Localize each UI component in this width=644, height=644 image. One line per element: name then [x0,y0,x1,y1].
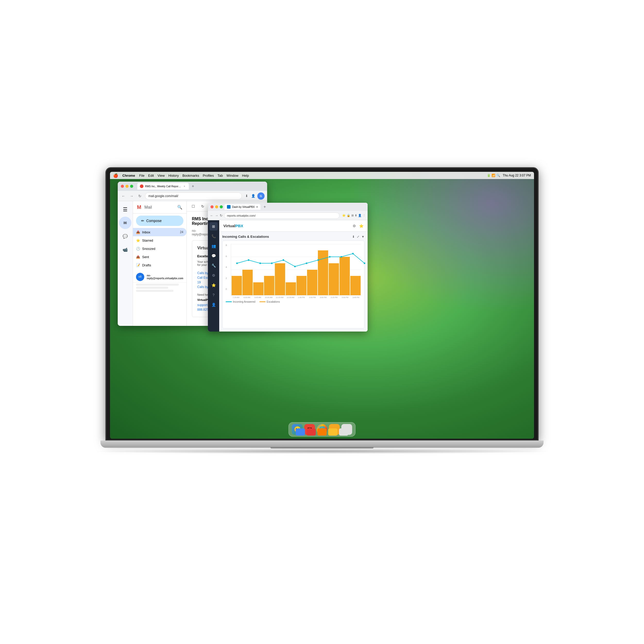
color-yellow[interactable] [328,428,337,436]
chart-controls: ⬇ ⤢ ▼ [352,235,365,239]
refresh-btn[interactable]: ↻ [199,203,206,210]
vpbx-sidebar: ⊞ 📞 👥 💬 🔧 ⚙ ⭐ ? 👤 [208,220,219,332]
line-dot-12 [364,262,365,264]
account-avatar[interactable]: G [257,192,265,200]
menubar-right: 🔋 📶 🔍 Thu Aug 22 3:07 PM [487,174,531,177]
chrome-addressbar: ← → ↻ mail.google.com/mail/ ⬇ 👤 G [118,191,267,201]
vpbx-user-icon[interactable]: 👤 [209,301,218,309]
legend-label-escalations: Escalations [267,300,280,303]
menu-tab[interactable]: Tab [217,174,223,177]
gmail-sidebar-chat[interactable]: 💬 [119,230,131,242]
compose-button[interactable]: ✏ Compose [136,216,183,226]
vpbx-icon-6[interactable]: ⋮ [363,214,366,217]
maximize-button[interactable] [130,185,133,188]
vpbx-calls-icon[interactable]: 📞 [209,232,218,240]
drafts-icon: 📝 [136,263,140,267]
vpbx-icon-4[interactable]: ⬇ [355,214,357,217]
vpbx-refresh[interactable]: ↻ [220,214,223,217]
vpbx-contacts-icon[interactable]: 👥 [209,242,218,250]
vpbx-tab[interactable]: Dash by VirtualPBX × [224,204,260,210]
placeholder-line [136,284,179,286]
menu-help[interactable]: Help [242,174,249,177]
vpbx-close-button[interactable] [210,205,214,208]
menu-profiles[interactable]: Profiles [203,174,214,177]
menu-view[interactable]: View [157,174,165,177]
menubar-time: Thu Aug 22 3:07 PM [503,174,531,177]
vpbx-messages-icon[interactable]: 💬 [209,252,218,260]
new-tab-button[interactable]: + [189,183,197,190]
line-chart [231,244,361,295]
forward-button[interactable]: → [129,193,135,199]
gmail-sidebar-menu[interactable]: ☰ [119,203,131,216]
vpbx-home-icon[interactable]: ⊞ [209,222,218,231]
inbox-nav-item[interactable]: 📥 Inbox 24 [133,228,187,236]
gmail-search-icon[interactable]: 🔍 [177,205,182,210]
sent-nav-item[interactable]: 📤 Sent [133,253,187,261]
x-label-3: 9:45 AM [253,296,263,298]
minimize-button[interactable] [125,185,129,188]
gmail-tab-close[interactable]: × [183,184,186,188]
placeholder-line [136,287,168,289]
vpbx-url-bar[interactable]: reports.virtualpbx.com/ [224,213,340,219]
vpbx-star-icon[interactable]: ⭐ [209,281,218,289]
menu-edit[interactable]: Edit [148,174,154,177]
color-gray[interactable] [339,428,348,436]
vpbx-tools-icon[interactable]: 🔧 [209,261,218,270]
chart-download-icon[interactable]: ⬇ [352,235,355,239]
gmail-sidebar: ☰ ✉ 💬 📹 [118,201,133,326]
legend-dot-escalations [259,301,266,302]
vpbx-maximize-button[interactable] [220,205,223,208]
menubar-items: File Edit View History Bookmarks Profile… [139,174,249,177]
apple-logo[interactable]: 🍎 [113,173,118,178]
url-bar[interactable]: mail.google.com/mail/ [145,192,242,200]
chart-plot [231,244,361,295]
chart-expand-icon[interactable]: ⤢ [357,235,359,239]
back-button[interactable]: ← [120,193,126,199]
chrome-titlebar: RMS Inc., Weekly Call Reportag... × + [118,182,267,191]
email-list-item[interactable]: nR no-reply@reports.virtualpbx.com [133,271,187,283]
download-icon[interactable]: ⬇ [244,193,249,199]
refresh-button[interactable]: ↻ [137,193,143,199]
vpbx-help-icon[interactable]: ? [209,291,218,299]
vpbx-forward[interactable]: → [215,214,218,217]
color-red[interactable] [307,428,316,436]
vpbx-settings-icon[interactable]: ⚙ [209,271,218,279]
chart-title: Incoming Calls & Escalations [222,235,269,239]
vpbx-tab-close[interactable]: × [256,205,258,208]
vpbx-icon-2[interactable]: 🔒 [347,214,350,217]
vpbx-settings-icon-top[interactable]: ⚙ [353,224,356,228]
gmail-tab[interactable]: RMS Inc., Weekly Call Reportag... × [137,183,189,190]
chart-filter-icon[interactable]: ▼ [361,235,365,239]
vpbx-new-tab[interactable]: + [264,205,266,209]
vpbx-icon-1[interactable]: ⭐ [342,214,346,217]
virtualpbx-window: Dash by VirtualPBX × + ← → ↻ reports.vir… [208,203,368,332]
vpbx-icon-5[interactable]: 👤 [358,214,362,217]
vpbx-icon-3[interactable]: ⊞ [351,214,354,217]
vpbx-back[interactable]: ← [210,214,213,217]
close-button[interactable] [121,185,124,188]
menubar: 🍎 Chrome File Edit View History Bookmark… [110,172,534,179]
vpbx-star-icon-top[interactable]: ⭐ [359,224,363,228]
y-label-2: 2 [226,277,231,279]
gmail-sidebar-mail[interactable]: ✉ [119,217,131,229]
email-list-placeholders: nR no-reply@reports.virtualpbx.com [133,271,187,293]
sent-label: Sent [142,255,149,259]
menu-bookmarks[interactable]: Bookmarks [182,174,199,177]
drafts-nav-item[interactable]: 📝 Drafts [133,261,187,269]
menu-file[interactable]: File [139,174,145,177]
color-orange[interactable] [317,428,327,436]
starred-label: Starred [142,239,153,242]
checkbox-btn[interactable]: ☐ [190,203,197,210]
legend-dot-answered [226,301,232,302]
vpbx-minimize-button[interactable] [215,205,218,208]
gmail-sidebar-meet[interactable]: 📹 [119,243,131,256]
profile-icon[interactable]: 👤 [251,193,256,199]
line-dot-1 [236,262,238,264]
y-label-8: 8 [226,244,231,247]
menu-history[interactable]: History [168,174,179,177]
vpbx-addressbar: ← → ↻ reports.virtualpbx.com/ ⭐ 🔒 ⊞ ⬇ 👤 … [208,211,368,220]
color-blue[interactable] [296,428,305,436]
starred-nav-item[interactable]: ⭐ Starred [133,236,187,244]
menu-window[interactable]: Window [226,174,238,177]
snoozed-nav-item[interactable]: 🕐 Snoozed [133,244,187,253]
